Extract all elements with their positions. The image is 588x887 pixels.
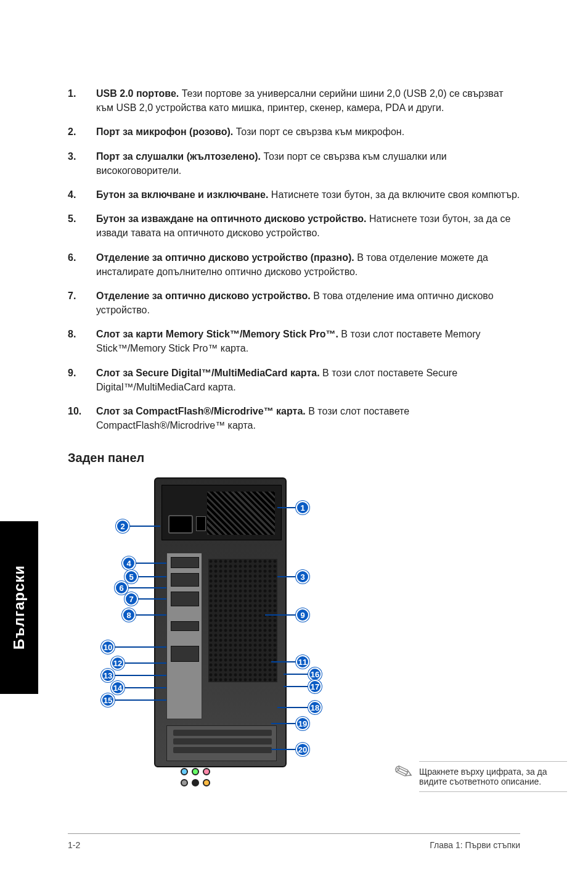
hdmi-port — [171, 621, 199, 631]
page-number: 1-2 — [68, 840, 80, 850]
item-text: USB 2.0 портове. Тези портове за универс… — [96, 86, 520, 115]
item-number: 9. — [68, 366, 96, 394]
audio-jack — [203, 768, 210, 775]
audio-jack — [192, 768, 199, 775]
callout-9[interactable]: 9 — [265, 608, 309, 622]
item-text: Порт за микрофон (розово). Този порт се … — [96, 125, 520, 139]
usb-lan-block — [171, 573, 199, 587]
page: Български 1. USB 2.0 портове. Тези порто… — [0, 0, 588, 887]
expansion-slots — [166, 725, 277, 761]
psu-grill — [207, 492, 275, 535]
item-text: Бутон за изваждане на оптичното дисково … — [96, 212, 520, 240]
item-number: 1. — [68, 86, 96, 115]
list-item: 2. Порт за микрофон (розово). Този порт … — [68, 125, 520, 139]
callout-19[interactable]: 19 — [271, 717, 309, 730]
item-text: Слот за CompactFlash®/Microdrive™ карта.… — [96, 404, 520, 432]
item-text: Слот за карти Memory Stick™/Memory Stick… — [96, 327, 520, 355]
item-text: Порт за слушалки (жълтозелено). Този пор… — [96, 149, 520, 178]
callout-8[interactable]: 8 — [122, 608, 166, 622]
callout-4[interactable]: 4 — [122, 556, 166, 570]
item-number: 2. — [68, 125, 96, 139]
list-item: 3. Порт за слушалки (жълтозелено). Този … — [68, 149, 520, 178]
list-item: 5. Бутон за изваждане на оптичното диско… — [68, 212, 520, 240]
note-icon: ✎ — [391, 758, 417, 789]
callout-2[interactable]: 2 — [116, 519, 160, 533]
ps2-ports — [171, 557, 199, 568]
expansion-slot — [173, 730, 272, 736]
audio-jack — [181, 779, 188, 786]
callout-20[interactable]: 20 — [271, 743, 309, 756]
item-number: 10. — [68, 404, 96, 432]
list-item: 9. Слот за Secure Digital™/MultiMediaCar… — [68, 366, 520, 394]
item-number: 8. — [68, 327, 96, 355]
expansion-slot — [173, 747, 272, 753]
callout-10[interactable]: 10 — [101, 640, 166, 654]
power-socket — [168, 515, 193, 534]
item-text: Отделение за оптично дисково устройство.… — [96, 289, 520, 317]
item-number: 7. — [68, 289, 96, 317]
audio-jack — [181, 768, 188, 775]
rear-panel-heading: Заден панел — [68, 451, 520, 465]
language-label: Български — [10, 565, 28, 650]
callout-14[interactable]: 14 — [111, 681, 166, 695]
callout-13[interactable]: 13 — [101, 669, 166, 682]
usb-block-2 — [171, 646, 199, 662]
item-text: Слот за Secure Digital™/MultiMediaCard к… — [96, 366, 520, 394]
item-number: 4. — [68, 188, 96, 202]
callout-16[interactable]: 16 — [284, 667, 322, 681]
callout-3[interactable]: 3 — [277, 570, 309, 584]
chapter-label: Глава 1: Първи стъпки — [430, 840, 520, 850]
item-number: 6. — [68, 250, 96, 279]
audio-jack — [203, 779, 210, 786]
list-item: 7. Отделение за оптично дисково устройст… — [68, 289, 520, 317]
callout-15[interactable]: 15 — [101, 693, 166, 707]
audio-jack — [192, 779, 199, 786]
callout-17[interactable]: 17 — [284, 680, 322, 693]
list-item: 8. Слот за карти Memory Stick™/Memory St… — [68, 327, 520, 355]
language-side-tab: Български — [0, 521, 38, 694]
list-item: 1. USB 2.0 портове. Тези портове за унив… — [68, 86, 520, 115]
voltage-switch — [196, 516, 206, 531]
callout-18[interactable]: 18 — [277, 701, 322, 714]
list-item: 6. Отделение за оптично дисково устройст… — [68, 250, 520, 279]
item-number: 5. — [68, 212, 96, 240]
list-item: 10. Слот за CompactFlash®/Microdrive™ ка… — [68, 404, 520, 432]
expansion-slot — [173, 738, 272, 745]
tower-chassis — [154, 477, 287, 767]
callout-11[interactable]: 11 — [271, 655, 309, 669]
rear-panel-diagram: 1 3 9 11 16 17 18 19 20 2 4 5 6 7 8 10 1… — [86, 471, 407, 804]
numbered-list-front-panel: 1. USB 2.0 портове. Тези портове за унив… — [68, 86, 520, 432]
item-text: Бутон за включване и изключване. Натисне… — [96, 188, 520, 202]
callout-12[interactable]: 12 — [111, 656, 166, 670]
callout-1[interactable]: 1 — [277, 501, 309, 514]
page-footer: 1-2 Глава 1: Първи стъпки — [68, 833, 520, 850]
content-area: 1. USB 2.0 портове. Тези портове за унив… — [0, 0, 588, 804]
note-text: Щракнете върху цифрата, за да видите съо… — [419, 767, 547, 786]
diagram-note: Щракнете върху цифрата, за да видите съо… — [419, 761, 567, 792]
list-item: 4. Бутон за включване и изключване. Нати… — [68, 188, 520, 202]
item-number: 3. — [68, 149, 96, 178]
audio-jack-panel — [181, 768, 218, 794]
dvi-port — [171, 592, 199, 606]
callout-7[interactable]: 7 — [125, 592, 166, 606]
io-plate — [166, 553, 202, 719]
power-supply — [161, 485, 282, 540]
item-text: Отделение за оптично дисково устройство … — [96, 250, 520, 279]
